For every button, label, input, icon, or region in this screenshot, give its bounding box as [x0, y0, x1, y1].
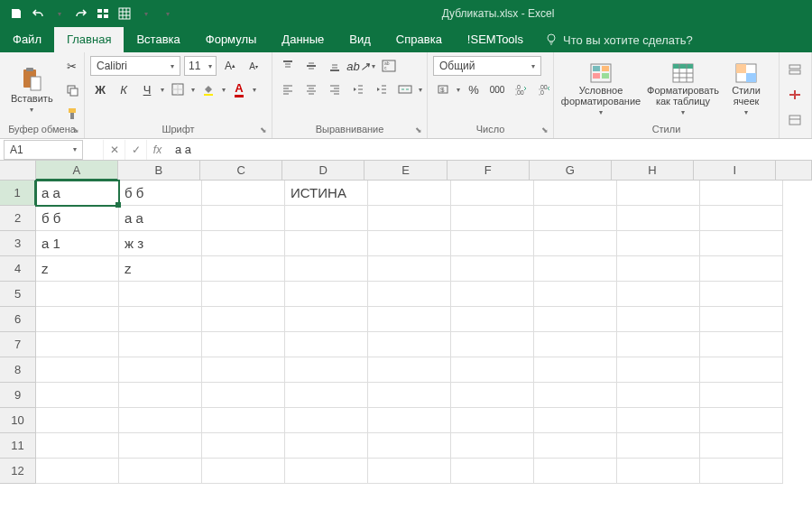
cell-G2[interactable]: [534, 206, 617, 231]
cell-G12[interactable]: [534, 459, 617, 484]
cell-E7[interactable]: [368, 332, 451, 357]
cell-H7[interactable]: [617, 332, 700, 357]
cell-I3[interactable]: [700, 231, 783, 256]
cell-B4[interactable]: z: [119, 256, 202, 282]
cell-E1[interactable]: [368, 181, 451, 206]
tab-file[interactable]: Файл: [0, 27, 54, 52]
cell-A10[interactable]: [36, 408, 119, 433]
col-header-H[interactable]: H: [612, 161, 694, 181]
cell-B1[interactable]: б б: [119, 181, 202, 206]
undo-dropdown-icon[interactable]: ▾: [51, 5, 69, 23]
cell-D12[interactable]: [285, 459, 368, 484]
increase-font-icon[interactable]: A▴: [220, 56, 240, 76]
chevron-down-icon[interactable]: ▾: [253, 86, 256, 94]
row-header-9[interactable]: 9: [0, 383, 36, 408]
col-header-G[interactable]: G: [530, 161, 612, 181]
cell-G1[interactable]: [534, 181, 617, 206]
cell-D11[interactable]: [285, 433, 368, 459]
align-middle-icon[interactable]: [301, 56, 321, 76]
cell-D8[interactable]: [285, 357, 368, 383]
cell-F9[interactable]: [451, 383, 534, 408]
orientation-icon[interactable]: ab↗: [348, 56, 368, 76]
wrap-text-icon[interactable]: abc: [379, 56, 399, 76]
cell-E10[interactable]: [368, 408, 451, 433]
cell-I6[interactable]: [700, 307, 783, 332]
align-top-icon[interactable]: [278, 56, 298, 76]
number-format-select[interactable]: Общий▾: [433, 56, 541, 76]
cell-D5[interactable]: [285, 282, 368, 307]
cell-H5[interactable]: [617, 282, 700, 307]
tab-home[interactable]: Главная: [54, 27, 124, 52]
cell-I7[interactable]: [700, 332, 783, 357]
cell-G7[interactable]: [534, 332, 617, 357]
cell-E6[interactable]: [368, 307, 451, 332]
chevron-down-icon[interactable]: ▾: [222, 86, 226, 94]
cell-C11[interactable]: [202, 433, 285, 459]
chevron-down-icon[interactable]: ▾: [419, 86, 422, 94]
tab-insert[interactable]: Вставка: [124, 27, 192, 52]
chevron-down-icon[interactable]: ▾: [191, 86, 195, 94]
cell-D10[interactable]: [285, 408, 368, 433]
cell-B6[interactable]: [119, 307, 202, 332]
row-header-6[interactable]: 6: [0, 307, 36, 332]
cell-F6[interactable]: [451, 307, 534, 332]
increase-indent-icon[interactable]: [372, 79, 392, 99]
cell-F8[interactable]: [451, 357, 534, 383]
cell-E11[interactable]: [368, 433, 451, 459]
format-as-table-button[interactable]: Форматировать как таблицу ▾: [646, 61, 720, 118]
tab-view[interactable]: Вид: [337, 27, 383, 52]
cell-A6[interactable]: [36, 307, 119, 332]
chevron-down-icon[interactable]: ▾: [161, 86, 164, 94]
name-box[interactable]: A1 ▾: [4, 140, 83, 160]
qat-custom2-dropdown-icon[interactable]: ▾: [137, 5, 155, 23]
align-right-icon[interactable]: [325, 79, 345, 99]
italic-button[interactable]: К: [114, 79, 134, 99]
cell-E4[interactable]: [368, 256, 451, 282]
cell-H4[interactable]: [617, 256, 700, 282]
cell-C10[interactable]: [202, 408, 285, 433]
cell-H6[interactable]: [617, 307, 700, 332]
cell-H3[interactable]: [617, 231, 700, 256]
cell-D7[interactable]: [285, 332, 368, 357]
cell-C12[interactable]: [202, 459, 285, 484]
cell-B10[interactable]: [119, 408, 202, 433]
cell-F11[interactable]: [451, 433, 534, 459]
decrease-indent-icon[interactable]: [348, 79, 368, 99]
cell-F2[interactable]: [451, 206, 534, 231]
cell-A12[interactable]: [36, 459, 119, 484]
increase-decimal-icon[interactable]: ,0,00: [511, 79, 531, 99]
cell-I11[interactable]: [700, 433, 783, 459]
cell-H2[interactable]: [617, 206, 700, 231]
tab-help[interactable]: Справка: [383, 27, 455, 52]
cell-F10[interactable]: [451, 408, 534, 433]
cell-C1[interactable]: [202, 181, 285, 206]
cell-F5[interactable]: [451, 282, 534, 307]
cell-E12[interactable]: [368, 459, 451, 484]
select-all-corner[interactable]: [0, 161, 36, 181]
col-header-F[interactable]: F: [448, 161, 530, 181]
cell-H8[interactable]: [617, 357, 700, 383]
cell-D2[interactable]: [285, 206, 368, 231]
overflow-icon[interactable]: [785, 110, 805, 130]
overflow-icon[interactable]: [785, 60, 805, 79]
copy-icon[interactable]: [62, 80, 82, 100]
cell-C6[interactable]: [202, 307, 285, 332]
cell-H10[interactable]: [617, 408, 700, 433]
cell-C8[interactable]: [202, 357, 285, 383]
cell-D6[interactable]: [285, 307, 368, 332]
col-header-C[interactable]: C: [200, 161, 282, 181]
cell-E9[interactable]: [368, 383, 451, 408]
cell-G9[interactable]: [534, 383, 617, 408]
align-center-icon[interactable]: [301, 79, 321, 99]
cell-B8[interactable]: [119, 357, 202, 383]
dialog-launcher-icon[interactable]: ⬊: [539, 124, 551, 136]
cell-A11[interactable]: [36, 433, 119, 459]
cell-G8[interactable]: [534, 357, 617, 383]
cell-G5[interactable]: [534, 282, 617, 307]
overflow-icon[interactable]: [785, 85, 805, 105]
cell-A9[interactable]: [36, 383, 119, 408]
cell-E2[interactable]: [368, 206, 451, 231]
formula-input[interactable]: а а: [168, 143, 812, 156]
col-header-D[interactable]: D: [282, 161, 364, 181]
col-header-B[interactable]: B: [118, 161, 200, 181]
